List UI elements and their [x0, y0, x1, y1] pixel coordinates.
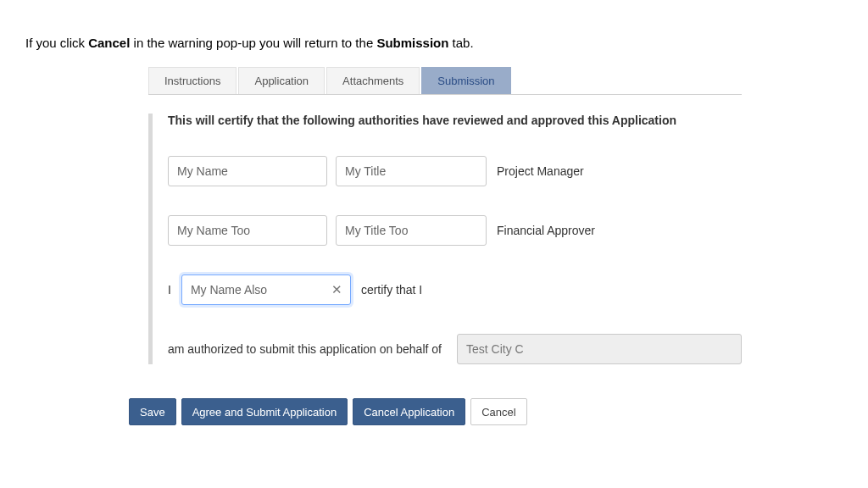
organization-value: Test City C — [466, 342, 524, 356]
tab-submission[interactable]: Submission — [421, 67, 510, 94]
submission-form: This will certify that the following aut… — [148, 114, 742, 364]
authority-row-2: Financial Approver — [168, 215, 742, 246]
cancel-button[interactable]: Cancel — [470, 398, 526, 425]
certify-name-input[interactable] — [181, 274, 351, 305]
intro-b2: Submission — [376, 36, 448, 50]
save-button[interactable]: Save — [129, 398, 176, 425]
authorized-row: am authorized to submit this application… — [168, 334, 742, 364]
action-buttons: Save Agree and Submit Application Cancel… — [129, 398, 742, 425]
authority2-title-input[interactable] — [336, 215, 487, 246]
tab-bar: Instructions Application Attachments Sub… — [148, 67, 742, 95]
intro-b1: Cancel — [88, 36, 130, 50]
authority2-name-input[interactable] — [168, 215, 327, 246]
certify-row: I ✕ certify that I — [168, 274, 742, 305]
tab-attachments[interactable]: Attachments — [326, 67, 420, 94]
cancel-application-button[interactable]: Cancel Application — [353, 398, 465, 425]
authorized-label: am authorized to submit this application… — [168, 342, 442, 356]
tab-instructions[interactable]: Instructions — [148, 67, 236, 94]
authority1-role-label: Project Manager — [497, 164, 584, 178]
authority1-name-input[interactable] — [168, 156, 327, 186]
clear-input-icon[interactable]: ✕ — [328, 280, 346, 299]
certification-heading: This will certify that the following aut… — [168, 114, 742, 127]
certify-post-label: certify that I — [361, 283, 422, 297]
organization-readonly: Test City C — [457, 334, 742, 364]
tab-application[interactable]: Application — [238, 67, 325, 94]
authority1-title-input[interactable] — [336, 156, 487, 186]
certify-pre-label: I — [168, 283, 171, 297]
certify-name-wrap: ✕ — [181, 274, 351, 305]
agree-submit-button[interactable]: Agree and Submit Application — [181, 398, 348, 425]
intro-p3: tab. — [448, 36, 473, 50]
intro-p1: If you click — [25, 36, 88, 50]
authority2-role-label: Financial Approver — [497, 224, 595, 237]
intro-p2: in the warning pop-up you will return to… — [130, 36, 376, 50]
authority-row-1: Project Manager — [168, 156, 742, 186]
intro-text: If you click Cancel in the warning pop-u… — [25, 36, 843, 50]
